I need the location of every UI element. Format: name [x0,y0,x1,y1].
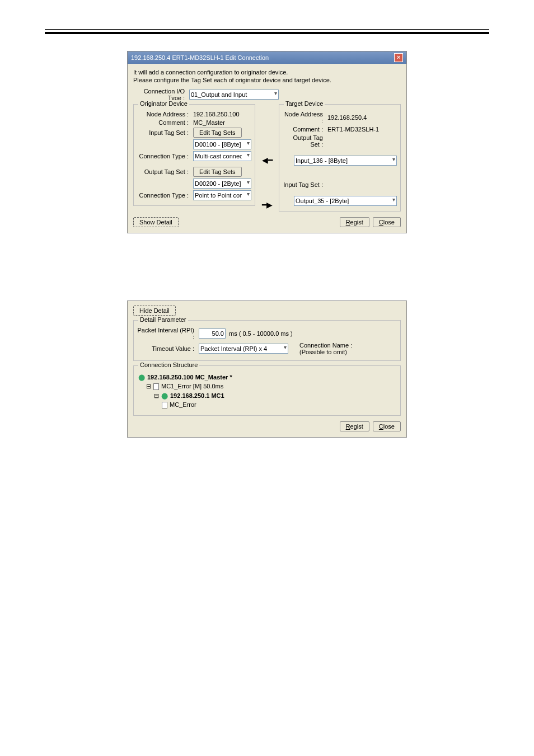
target-group: Target Device Node Address : 192.168.250… [279,104,401,212]
rpi-label: Packet Interval (RPI) : [137,327,199,340]
tree-node-3[interactable]: 192.168.250.1 MC1 [170,391,224,401]
regist-button-2[interactable]: Regist [340,421,369,431]
orig-comment-label: Comment : [137,119,193,126]
detail-parameter-title: Detail Parameter [138,316,188,323]
connection-tree[interactable]: ⬤ 192.168.250.100 MC_Master * ⊟ MC1_Erro… [137,370,397,412]
originator-group: Originator Device Node Address : 192.168… [133,104,255,206]
dialog-title: 192.168.250.4 ERT1-MD32SLH-1 Edit Connec… [131,54,269,61]
orig-output-tag-select[interactable]: D00200 - [2Byte] [193,179,251,189]
regist-button[interactable]: Regist [340,217,369,227]
orig-conn-type2-select[interactable]: Point to Point connection [193,190,251,200]
orig-output-tag-label: Output Tag Set : [137,168,193,175]
timeout-select[interactable]: Packet Interval (RPI) x 4 [199,344,288,354]
conn-io-type-label: Connection I/O Type : [133,88,189,101]
tree-node-4[interactable]: MC_Error [170,400,196,410]
tgt-input-tag-select[interactable]: Output_35 - [2Byte] [294,196,397,206]
connection-structure-group: Connection Structure ⬤ 192.168.250.100 M… [133,365,401,416]
close-icon[interactable]: ✕ [394,53,403,62]
edit-connection-dialog: 192.168.250.4 ERT1-MD32SLH-1 Edit Connec… [127,51,407,233]
detail-panel: Hide Detail Detail Parameter Packet Inte… [127,300,407,438]
arrow-in-icon: ◀━ [261,155,273,165]
originator-group-title: Originator Device [138,100,189,107]
connection-structure-title: Connection Structure [138,361,199,368]
tree-node-root[interactable]: 192.168.250.100 MC_Master * [147,373,232,382]
orig-node-addr-label: Node Address : [137,111,193,118]
intro-line1: It will add a connection configuration t… [133,68,401,76]
show-detail-button[interactable]: Show Detail [133,217,179,227]
close-button[interactable]: Close [373,217,401,227]
tgt-output-tag-select[interactable]: Input_136 - [8Byte] [294,156,397,166]
conn-io-type-select[interactable]: 01_Output and Input [189,90,279,100]
orig-input-tag-label: Input Tag Set : [137,129,193,136]
tree-expand-icon[interactable]: ⊟ [154,391,159,401]
timeout-label: Timeout Value : [137,345,199,352]
tgt-node-addr-value: 192.168.250.4 [327,114,367,121]
detail-parameter-group: Detail Parameter Packet Interval (RPI) :… [133,320,401,361]
rpi-input[interactable] [199,328,226,339]
edit-tag-sets-button-2[interactable]: Edit Tag Sets [193,167,242,177]
edit-tag-sets-button-1[interactable]: Edit Tag Sets [193,128,242,138]
tgt-output-tag-label: Output Tag Set : [283,134,327,148]
orig-conn-type-label: Connection Type : [137,153,193,159]
orig-conn-type-select[interactable]: Multi-cast connection [193,151,251,161]
tgt-input-tag-label: Input Tag Set : [283,181,327,188]
target-group-title: Target Device [284,100,325,107]
titlebar: 192.168.250.4 ERT1-MD32SLH-1 Edit Connec… [128,51,406,64]
arrow-column: ◀━ ━▶ [259,103,275,212]
close-button-2[interactable]: Close [373,421,401,431]
intro-text: It will add a connection configuration t… [133,68,401,84]
tree-expand-icon[interactable]: ⊟ [146,382,151,391]
doc-icon [162,402,167,408]
node-icon: ⬤ [161,391,168,401]
rpi-unit: ms ( 0.5 - 10000.0 ms ) [229,330,293,337]
tgt-comment-value: ERT1-MD32SLH-1 [327,126,379,133]
intro-line2: Please configure the Tag Set each of ori… [133,76,401,84]
arrow-out-icon: ━▶ [261,200,273,210]
orig-conn-type2-label: Connection Type : [137,192,193,199]
tree-node-2[interactable]: MC1_Error [M] 50.0ms [161,382,223,391]
conn-name-label: Connection Name : (Possible to omit) [299,342,352,355]
orig-comment-value: MC_Master [193,119,225,126]
orig-input-tag-select[interactable]: D00100 - [8Byte] [193,139,251,149]
orig-node-addr-value: 192.168.250.100 [193,111,240,118]
tgt-node-addr-label: Node Address : [283,111,327,124]
tgt-comment-label: Comment : [283,126,327,133]
node-icon: ⬤ [138,373,145,382]
hide-detail-button[interactable]: Hide Detail [133,306,176,316]
doc-icon [153,383,159,390]
